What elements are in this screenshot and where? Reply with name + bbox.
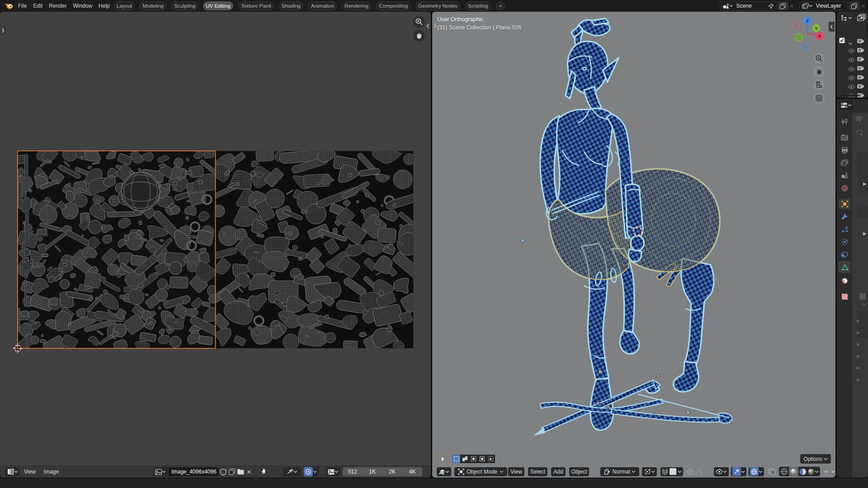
svg-text:Y: Y (815, 26, 818, 31)
svg-text:✕: ✕ (651, 410, 657, 418)
svg-text:Z: Z (806, 18, 809, 23)
svg-text:X: X (818, 33, 821, 38)
